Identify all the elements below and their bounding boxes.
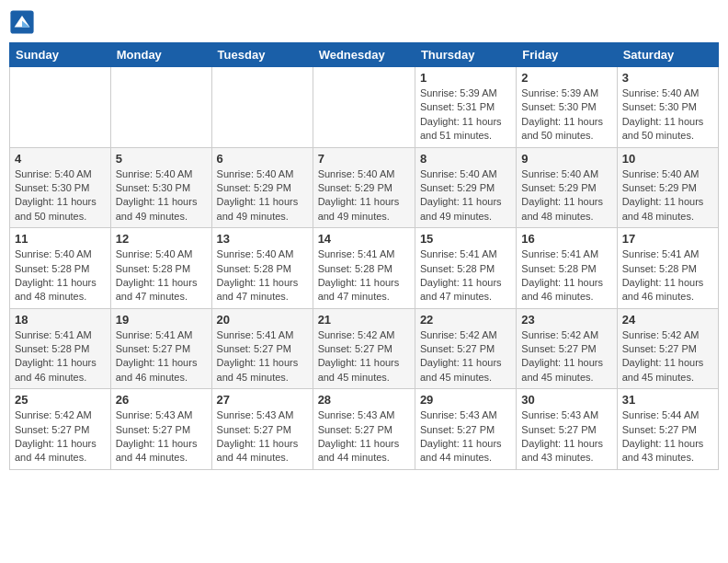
day-number: 10 xyxy=(622,152,713,166)
day-cell: 19Sunrise: 5:41 AM Sunset: 5:27 PM Dayli… xyxy=(110,308,211,389)
day-cell: 25Sunrise: 5:42 AM Sunset: 5:27 PM Dayli… xyxy=(10,389,111,470)
day-info: Sunrise: 5:41 AM Sunset: 5:27 PM Dayligh… xyxy=(116,328,207,385)
day-number: 21 xyxy=(318,313,410,327)
day-info: Sunrise: 5:42 AM Sunset: 5:27 PM Dayligh… xyxy=(318,328,410,385)
day-info: Sunrise: 5:42 AM Sunset: 5:27 PM Dayligh… xyxy=(15,408,106,465)
day-cell: 2Sunrise: 5:39 AM Sunset: 5:30 PM Daylig… xyxy=(517,67,617,148)
weekday-tuesday: Tuesday xyxy=(211,43,313,67)
weekday-saturday: Saturday xyxy=(617,43,718,67)
logo-icon xyxy=(9,9,35,35)
day-info: Sunrise: 5:43 AM Sunset: 5:27 PM Dayligh… xyxy=(420,408,511,465)
day-info: Sunrise: 5:43 AM Sunset: 5:27 PM Dayligh… xyxy=(217,408,308,465)
day-number: 24 xyxy=(622,313,713,327)
day-info: Sunrise: 5:40 AM Sunset: 5:29 PM Dayligh… xyxy=(622,167,713,224)
day-cell: 11Sunrise: 5:40 AM Sunset: 5:28 PM Dayli… xyxy=(10,228,111,309)
day-cell: 31Sunrise: 5:44 AM Sunset: 5:27 PM Dayli… xyxy=(617,389,718,470)
day-cell: 9Sunrise: 5:40 AM Sunset: 5:29 PM Daylig… xyxy=(517,147,617,228)
weekday-header-row: SundayMondayTuesdayWednesdayThursdayFrid… xyxy=(10,43,719,67)
day-number: 7 xyxy=(318,152,410,166)
day-info: Sunrise: 5:40 AM Sunset: 5:29 PM Dayligh… xyxy=(521,167,611,224)
week-row-2: 4Sunrise: 5:40 AM Sunset: 5:30 PM Daylig… xyxy=(10,147,719,228)
day-info: Sunrise: 5:43 AM Sunset: 5:27 PM Dayligh… xyxy=(521,408,611,465)
day-info: Sunrise: 5:42 AM Sunset: 5:27 PM Dayligh… xyxy=(521,328,611,385)
day-number: 26 xyxy=(116,393,207,407)
day-number: 15 xyxy=(420,232,511,246)
day-number: 2 xyxy=(521,71,611,85)
day-cell: 5Sunrise: 5:40 AM Sunset: 5:30 PM Daylig… xyxy=(110,147,211,228)
day-cell: 12Sunrise: 5:40 AM Sunset: 5:28 PM Dayli… xyxy=(110,228,211,309)
calendar-table: SundayMondayTuesdayWednesdayThursdayFrid… xyxy=(9,42,719,470)
day-cell: 24Sunrise: 5:42 AM Sunset: 5:27 PM Dayli… xyxy=(617,308,718,389)
day-cell: 27Sunrise: 5:43 AM Sunset: 5:27 PM Dayli… xyxy=(211,389,313,470)
day-info: Sunrise: 5:42 AM Sunset: 5:27 PM Dayligh… xyxy=(622,328,713,385)
day-info: Sunrise: 5:40 AM Sunset: 5:28 PM Dayligh… xyxy=(116,247,207,304)
day-cell: 29Sunrise: 5:43 AM Sunset: 5:27 PM Dayli… xyxy=(415,389,516,470)
day-info: Sunrise: 5:42 AM Sunset: 5:27 PM Dayligh… xyxy=(420,328,511,385)
day-number: 28 xyxy=(318,393,410,407)
day-cell: 13Sunrise: 5:40 AM Sunset: 5:28 PM Dayli… xyxy=(211,228,313,309)
day-cell: 17Sunrise: 5:41 AM Sunset: 5:28 PM Dayli… xyxy=(617,228,718,309)
day-number: 18 xyxy=(15,313,106,327)
weekday-monday: Monday xyxy=(110,43,211,67)
day-info: Sunrise: 5:43 AM Sunset: 5:27 PM Dayligh… xyxy=(318,408,410,465)
day-number: 20 xyxy=(217,313,308,327)
day-number: 29 xyxy=(420,393,511,407)
day-cell: 3Sunrise: 5:40 AM Sunset: 5:30 PM Daylig… xyxy=(617,67,718,148)
day-cell: 8Sunrise: 5:40 AM Sunset: 5:29 PM Daylig… xyxy=(415,147,516,228)
day-cell xyxy=(313,67,415,148)
weekday-thursday: Thursday xyxy=(415,43,516,67)
day-cell: 7Sunrise: 5:40 AM Sunset: 5:29 PM Daylig… xyxy=(313,147,415,228)
day-cell xyxy=(110,67,211,148)
day-info: Sunrise: 5:44 AM Sunset: 5:27 PM Dayligh… xyxy=(622,408,713,465)
day-info: Sunrise: 5:43 AM Sunset: 5:27 PM Dayligh… xyxy=(116,408,207,465)
day-cell: 26Sunrise: 5:43 AM Sunset: 5:27 PM Dayli… xyxy=(110,389,211,470)
day-info: Sunrise: 5:40 AM Sunset: 5:30 PM Dayligh… xyxy=(15,167,106,224)
day-cell: 14Sunrise: 5:41 AM Sunset: 5:28 PM Dayli… xyxy=(313,228,415,309)
day-cell: 21Sunrise: 5:42 AM Sunset: 5:27 PM Dayli… xyxy=(313,308,415,389)
day-cell: 30Sunrise: 5:43 AM Sunset: 5:27 PM Dayli… xyxy=(517,389,617,470)
day-cell: 18Sunrise: 5:41 AM Sunset: 5:28 PM Dayli… xyxy=(10,308,111,389)
day-info: Sunrise: 5:39 AM Sunset: 5:30 PM Dayligh… xyxy=(521,86,611,144)
day-number: 16 xyxy=(521,232,611,246)
day-number: 4 xyxy=(15,152,106,166)
day-number: 8 xyxy=(420,152,511,166)
day-cell: 6Sunrise: 5:40 AM Sunset: 5:29 PM Daylig… xyxy=(211,147,313,228)
day-number: 11 xyxy=(15,232,106,246)
day-info: Sunrise: 5:40 AM Sunset: 5:30 PM Dayligh… xyxy=(622,86,713,144)
day-info: Sunrise: 5:41 AM Sunset: 5:28 PM Dayligh… xyxy=(521,247,611,304)
day-info: Sunrise: 5:40 AM Sunset: 5:30 PM Dayligh… xyxy=(116,167,207,224)
day-info: Sunrise: 5:41 AM Sunset: 5:28 PM Dayligh… xyxy=(318,247,410,304)
day-cell: 4Sunrise: 5:40 AM Sunset: 5:30 PM Daylig… xyxy=(10,147,111,228)
week-row-1: 1Sunrise: 5:39 AM Sunset: 5:31 PM Daylig… xyxy=(10,67,719,148)
day-cell: 1Sunrise: 5:39 AM Sunset: 5:31 PM Daylig… xyxy=(415,67,516,148)
day-info: Sunrise: 5:40 AM Sunset: 5:29 PM Dayligh… xyxy=(217,167,308,224)
day-number: 31 xyxy=(622,393,713,407)
day-info: Sunrise: 5:40 AM Sunset: 5:29 PM Dayligh… xyxy=(318,167,410,224)
day-number: 3 xyxy=(622,71,713,85)
day-number: 17 xyxy=(622,232,713,246)
day-cell: 10Sunrise: 5:40 AM Sunset: 5:29 PM Dayli… xyxy=(617,147,718,228)
day-cell: 22Sunrise: 5:42 AM Sunset: 5:27 PM Dayli… xyxy=(415,308,516,389)
weekday-sunday: Sunday xyxy=(10,43,111,67)
day-cell: 20Sunrise: 5:41 AM Sunset: 5:27 PM Dayli… xyxy=(211,308,313,389)
calendar-body: 1Sunrise: 5:39 AM Sunset: 5:31 PM Daylig… xyxy=(10,67,719,470)
day-cell: 28Sunrise: 5:43 AM Sunset: 5:27 PM Dayli… xyxy=(313,389,415,470)
weekday-wednesday: Wednesday xyxy=(313,43,415,67)
day-number: 30 xyxy=(521,393,611,407)
day-cell xyxy=(211,67,313,148)
day-number: 13 xyxy=(217,232,308,246)
page-header xyxy=(9,9,719,35)
day-info: Sunrise: 5:39 AM Sunset: 5:31 PM Dayligh… xyxy=(420,86,511,144)
day-number: 5 xyxy=(116,152,207,166)
day-number: 19 xyxy=(116,313,207,327)
day-info: Sunrise: 5:40 AM Sunset: 5:28 PM Dayligh… xyxy=(15,247,106,304)
day-number: 27 xyxy=(217,393,308,407)
day-info: Sunrise: 5:41 AM Sunset: 5:28 PM Dayligh… xyxy=(622,247,713,304)
week-row-5: 25Sunrise: 5:42 AM Sunset: 5:27 PM Dayli… xyxy=(10,389,719,470)
day-number: 6 xyxy=(217,152,308,166)
weekday-friday: Friday xyxy=(517,43,617,67)
day-number: 9 xyxy=(521,152,611,166)
day-cell: 16Sunrise: 5:41 AM Sunset: 5:28 PM Dayli… xyxy=(517,228,617,309)
day-number: 1 xyxy=(420,71,511,85)
day-number: 22 xyxy=(420,313,511,327)
